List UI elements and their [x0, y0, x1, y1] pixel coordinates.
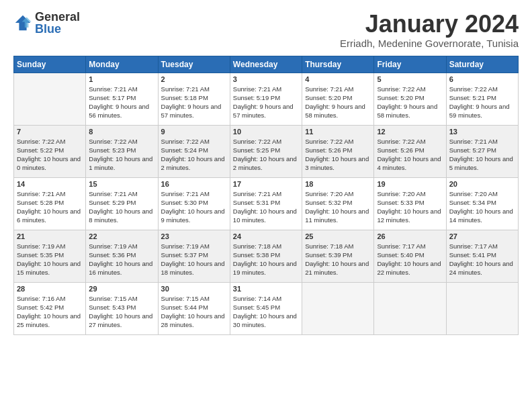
day-details: Sunrise: 7:21 AMSunset: 5:17 PMDaylight:…	[89, 85, 149, 120]
cell-w1-d1: 8 Sunrise: 7:22 AMSunset: 5:23 PMDayligh…	[86, 125, 158, 177]
day-details: Sunrise: 7:21 AMSunset: 5:28 PMDaylight:…	[17, 190, 81, 224]
cell-w4-d2: 30 Sunrise: 7:15 AMSunset: 5:44 PMDaylig…	[158, 282, 230, 334]
day-number: 25	[305, 232, 371, 240]
day-details: Sunrise: 7:18 AMSunset: 5:38 PMDaylight:…	[233, 242, 297, 277]
day-number: 15	[89, 180, 154, 188]
cell-w3-d4: 25 Sunrise: 7:18 AMSunset: 5:39 PMDaylig…	[302, 230, 374, 282]
day-details: Sunrise: 7:19 AMSunset: 5:37 PMDaylight:…	[161, 242, 225, 277]
cell-w2-d2: 16 Sunrise: 7:21 AMSunset: 5:30 PMDaylig…	[158, 177, 230, 230]
day-details: Sunrise: 7:22 AMSunset: 5:22 PMDaylight:…	[17, 138, 81, 172]
week-row-5: 28 Sunrise: 7:16 AMSunset: 5:42 PMDaylig…	[14, 282, 519, 334]
day-number: 17	[233, 180, 299, 188]
day-details: Sunrise: 7:22 AMSunset: 5:20 PMDaylight:…	[377, 85, 437, 120]
col-saturday: Saturday	[446, 56, 518, 73]
col-thursday: Thursday	[302, 56, 374, 73]
day-details: Sunrise: 7:21 AMSunset: 5:31 PMDaylight:…	[233, 190, 297, 224]
day-number: 3	[233, 75, 299, 83]
day-details: Sunrise: 7:21 AMSunset: 5:30 PMDaylight:…	[161, 190, 225, 224]
day-number: 13	[449, 128, 515, 136]
cell-w0-d0	[14, 73, 86, 125]
cell-w0-d1: 1 Sunrise: 7:21 AMSunset: 5:17 PMDayligh…	[86, 73, 158, 125]
day-details: Sunrise: 7:16 AMSunset: 5:42 PMDaylight:…	[17, 295, 81, 329]
day-number: 9	[161, 128, 227, 136]
cell-w1-d3: 10 Sunrise: 7:22 AMSunset: 5:25 PMDaylig…	[230, 125, 302, 177]
cell-w0-d5: 5 Sunrise: 7:22 AMSunset: 5:20 PMDayligh…	[374, 73, 446, 125]
cell-w1-d5: 12 Sunrise: 7:22 AMSunset: 5:26 PMDaylig…	[374, 125, 446, 177]
cell-w4-d3: 31 Sunrise: 7:14 AMSunset: 5:45 PMDaylig…	[230, 282, 302, 334]
cell-w3-d1: 22 Sunrise: 7:19 AMSunset: 5:36 PMDaylig…	[86, 230, 158, 282]
day-details: Sunrise: 7:22 AMSunset: 5:23 PMDaylight:…	[89, 138, 152, 172]
day-details: Sunrise: 7:21 AMSunset: 5:27 PMDaylight:…	[449, 138, 513, 172]
location-subtitle: Erriadh, Medenine Governorate, Tunisia	[340, 38, 519, 49]
cell-w1-d0: 7 Sunrise: 7:22 AMSunset: 5:22 PMDayligh…	[14, 125, 86, 177]
header-row: Sunday Monday Tuesday Wednesday Thursday…	[14, 56, 519, 73]
day-details: Sunrise: 7:17 AMSunset: 5:41 PMDaylight:…	[449, 242, 513, 277]
cell-w4-d1: 29 Sunrise: 7:15 AMSunset: 5:43 PMDaylig…	[86, 282, 158, 334]
day-number: 28	[17, 285, 83, 293]
day-details: Sunrise: 7:15 AMSunset: 5:44 PMDaylight:…	[161, 295, 225, 329]
cell-w3-d6: 27 Sunrise: 7:17 AMSunset: 5:41 PMDaylig…	[446, 230, 518, 282]
page: General Blue January 2024 Erriadh, Meden…	[0, 0, 532, 411]
calendar-table: Sunday Monday Tuesday Wednesday Thursday…	[13, 56, 519, 335]
cell-w4-d4	[302, 282, 374, 334]
day-number: 19	[377, 180, 443, 188]
day-details: Sunrise: 7:19 AMSunset: 5:35 PMDaylight:…	[17, 242, 81, 277]
day-number: 5	[377, 75, 443, 83]
cell-w1-d6: 13 Sunrise: 7:21 AMSunset: 5:27 PMDaylig…	[446, 125, 518, 177]
cell-w1-d2: 9 Sunrise: 7:22 AMSunset: 5:24 PMDayligh…	[158, 125, 230, 177]
month-title: January 2024	[340, 11, 519, 38]
day-number: 12	[377, 128, 443, 136]
day-details: Sunrise: 7:20 AMSunset: 5:32 PMDaylight:…	[305, 190, 369, 224]
cell-w3-d3: 24 Sunrise: 7:18 AMSunset: 5:38 PMDaylig…	[230, 230, 302, 282]
day-details: Sunrise: 7:19 AMSunset: 5:36 PMDaylight:…	[89, 242, 152, 277]
cell-w2-d5: 19 Sunrise: 7:20 AMSunset: 5:33 PMDaylig…	[374, 177, 446, 230]
title-block: January 2024 Erriadh, Medenine Governora…	[340, 11, 519, 49]
day-details: Sunrise: 7:22 AMSunset: 5:26 PMDaylight:…	[377, 138, 441, 172]
logo-general: General	[35, 11, 80, 23]
day-number: 1	[89, 75, 154, 83]
day-details: Sunrise: 7:21 AMSunset: 5:20 PMDaylight:…	[305, 85, 365, 120]
day-number: 23	[161, 232, 227, 240]
day-number: 31	[233, 285, 299, 293]
day-number: 4	[305, 75, 371, 83]
day-number: 29	[89, 285, 154, 293]
day-details: Sunrise: 7:18 AMSunset: 5:39 PMDaylight:…	[305, 242, 369, 277]
col-tuesday: Tuesday	[158, 56, 230, 73]
cell-w2-d0: 14 Sunrise: 7:21 AMSunset: 5:28 PMDaylig…	[14, 177, 86, 230]
day-details: Sunrise: 7:14 AMSunset: 5:45 PMDaylight:…	[233, 295, 297, 329]
logo: General Blue	[13, 11, 80, 35]
header: General Blue January 2024 Erriadh, Meden…	[13, 11, 519, 49]
day-number: 18	[305, 180, 371, 188]
week-row-2: 7 Sunrise: 7:22 AMSunset: 5:22 PMDayligh…	[14, 125, 519, 177]
day-number: 10	[233, 128, 299, 136]
logo-icon	[13, 13, 32, 32]
cell-w0-d6: 6 Sunrise: 7:22 AMSunset: 5:21 PMDayligh…	[446, 73, 518, 125]
day-details: Sunrise: 7:21 AMSunset: 5:18 PMDaylight:…	[161, 85, 222, 120]
cell-w2-d6: 20 Sunrise: 7:20 AMSunset: 5:34 PMDaylig…	[446, 177, 518, 230]
day-number: 2	[161, 75, 227, 83]
col-sunday: Sunday	[14, 56, 86, 73]
day-number: 14	[17, 180, 83, 188]
cell-w0-d2: 2 Sunrise: 7:21 AMSunset: 5:18 PMDayligh…	[158, 73, 230, 125]
day-details: Sunrise: 7:15 AMSunset: 5:43 PMDaylight:…	[89, 295, 152, 329]
cell-w4-d0: 28 Sunrise: 7:16 AMSunset: 5:42 PMDaylig…	[14, 282, 86, 334]
day-details: Sunrise: 7:17 AMSunset: 5:40 PMDaylight:…	[377, 242, 441, 277]
day-number: 24	[233, 232, 299, 240]
day-details: Sunrise: 7:22 AMSunset: 5:26 PMDaylight:…	[305, 138, 369, 172]
week-row-3: 14 Sunrise: 7:21 AMSunset: 5:28 PMDaylig…	[14, 177, 519, 230]
day-number: 11	[305, 128, 371, 136]
cell-w0-d3: 3 Sunrise: 7:21 AMSunset: 5:19 PMDayligh…	[230, 73, 302, 125]
day-number: 27	[449, 232, 515, 240]
day-number: 22	[89, 232, 154, 240]
day-number: 6	[449, 75, 515, 83]
day-number: 8	[89, 128, 154, 136]
day-details: Sunrise: 7:21 AMSunset: 5:29 PMDaylight:…	[89, 190, 152, 224]
day-details: Sunrise: 7:20 AMSunset: 5:34 PMDaylight:…	[449, 190, 513, 224]
cell-w3-d0: 21 Sunrise: 7:19 AMSunset: 5:35 PMDaylig…	[14, 230, 86, 282]
day-number: 16	[161, 180, 227, 188]
cell-w3-d2: 23 Sunrise: 7:19 AMSunset: 5:37 PMDaylig…	[158, 230, 230, 282]
day-number: 21	[17, 232, 83, 240]
day-number: 26	[377, 232, 443, 240]
cell-w1-d4: 11 Sunrise: 7:22 AMSunset: 5:26 PMDaylig…	[302, 125, 374, 177]
day-details: Sunrise: 7:22 AMSunset: 5:24 PMDaylight:…	[161, 138, 225, 172]
